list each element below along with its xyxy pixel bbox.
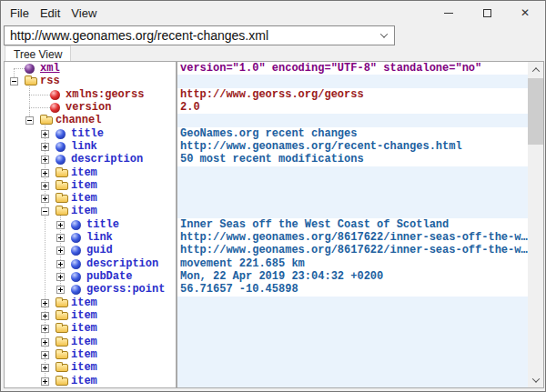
expand-icon[interactable] [56, 234, 65, 242]
tree-node-label: item [71, 179, 97, 192]
tree-node-item[interactable]: item [5, 361, 176, 374]
value-text: http://www.georss.org/georss [180, 88, 364, 101]
value-row [177, 166, 528, 179]
tree-node-label: item [71, 192, 97, 205]
tree-node-channel[interactable]: channel [5, 114, 176, 126]
expand-icon[interactable] [41, 182, 49, 190]
expand-icon[interactable] [56, 273, 65, 281]
value-row: 2.0 [177, 101, 528, 114]
element-icon [71, 220, 81, 230]
expand-icon[interactable] [41, 299, 49, 307]
vertical-scrollbar[interactable] [528, 62, 543, 387]
value-text: 56.71657 -10.45898 [180, 283, 298, 296]
tree-node-label: description [71, 153, 143, 166]
tree-node-item[interactable]: item [5, 348, 176, 361]
maximize-button[interactable] [468, 1, 506, 25]
tree-node-description[interactable]: description [5, 153, 176, 166]
xml-viewer-window: FileEditView ✕ http://www.geonames.org/r… [0, 0, 546, 392]
expand-icon[interactable] [56, 286, 65, 294]
tree-node-xml[interactable]: xml [5, 62, 176, 75]
collapse-icon[interactable] [10, 77, 18, 85]
value-text: version="1.0" encoding="UTF-8" standalon… [180, 62, 481, 75]
expand-icon[interactable] [41, 364, 49, 372]
tree-node-pubDate[interactable]: pubDate [5, 270, 176, 283]
expand-icon[interactable] [41, 130, 49, 138]
xml-tree: xmlrssxmlns:georssversionchanneltitlelin… [5, 62, 177, 387]
element-icon [71, 259, 81, 269]
tree-node-item[interactable]: item [5, 336, 176, 348]
tree-node-title[interactable]: title [5, 127, 176, 140]
tree-node-item[interactable]: item [5, 166, 176, 179]
tree-node-label: item [71, 348, 97, 361]
expand-icon[interactable] [41, 312, 49, 320]
expand-icon[interactable] [41, 338, 49, 347]
close-button[interactable]: ✕ [506, 1, 544, 25]
expand-icon[interactable] [41, 169, 49, 177]
expand-icon[interactable] [41, 325, 49, 333]
minimize-icon [444, 13, 453, 14]
scroll-down-button[interactable] [528, 372, 543, 387]
menu-bar: FileEditView ✕ [1, 1, 545, 25]
value-row: version="1.0" encoding="UTF-8" standalon… [177, 62, 528, 75]
value-row: http://www.geonames.org/8617622/inner-se… [177, 231, 528, 244]
collapse-icon[interactable] [41, 207, 49, 216]
value-text: 2.0 [180, 101, 200, 114]
value-row [177, 192, 528, 205]
tree-node-label: rss [40, 75, 60, 87]
tree-node-item[interactable]: item [5, 179, 176, 192]
expand-icon[interactable] [41, 156, 49, 164]
expand-icon[interactable] [41, 143, 49, 151]
tree-node-item[interactable]: item [5, 309, 176, 322]
tree-node-item[interactable]: item [5, 322, 176, 335]
tree-node-label: item [71, 166, 97, 179]
tree-node-item[interactable]: item [5, 297, 176, 309]
menu-view[interactable]: View [66, 4, 102, 23]
scroll-up-button[interactable] [528, 62, 543, 77]
tree-node-label: guid [86, 244, 113, 256]
tab-tree-view[interactable]: Tree View [5, 45, 71, 62]
tree-node-label: item [71, 309, 97, 322]
attribute-icon [50, 90, 60, 100]
minimize-button[interactable] [430, 1, 468, 25]
expand-icon[interactable] [41, 377, 49, 386]
tree-node-title[interactable]: title [5, 218, 176, 231]
tree-node-item[interactable]: item [5, 192, 176, 205]
tree-node-label: item [71, 297, 97, 309]
maximize-icon [483, 9, 491, 17]
expand-icon[interactable] [56, 221, 65, 229]
tree-node-description[interactable]: description [5, 257, 176, 270]
value-row [177, 336, 528, 348]
menu-file[interactable]: File [5, 4, 35, 23]
expand-icon[interactable] [56, 246, 65, 255]
value-row [177, 114, 528, 126]
tree-node-rss[interactable]: rss [5, 75, 176, 87]
tree-node-link[interactable]: link [5, 140, 176, 153]
tree-node-item[interactable]: item [5, 205, 176, 217]
tree-node-label: channel [56, 114, 101, 126]
tree-node-xmlns:georss[interactable]: xmlns:georss [5, 88, 176, 101]
collapse-icon[interactable] [25, 116, 34, 125]
menu-edit[interactable]: Edit [35, 4, 66, 23]
element-icon [71, 246, 81, 256]
tree-node-version[interactable]: version [5, 101, 176, 114]
value-text: movement 221.685 km [180, 257, 305, 270]
expand-icon[interactable] [41, 351, 49, 359]
url-combobox[interactable]: http://www.geonames.org/recent-changes.x… [4, 25, 395, 45]
value-row: http://www.geonames.org/recent-changes.h… [177, 140, 528, 153]
folder-icon [56, 351, 68, 359]
tree-node-guid[interactable]: guid [5, 244, 176, 256]
tree-node-label: item [71, 322, 97, 335]
expand-icon[interactable] [56, 260, 65, 268]
tree-node-link[interactable]: link [5, 231, 176, 244]
chevron-down-icon[interactable] [374, 26, 394, 45]
element-icon [71, 285, 81, 295]
folder-icon [56, 195, 68, 203]
attribute-icon [50, 103, 60, 113]
tree-node-georss:point[interactable]: georss:point [5, 283, 176, 296]
tree-node-item[interactable]: item [5, 375, 176, 387]
value-row: http://www.georss.org/georss [177, 88, 528, 101]
expand-icon[interactable] [41, 195, 49, 203]
tree-node-label: georss:point [86, 283, 165, 296]
url-text: http://www.geonames.org/recent-changes.x… [10, 28, 374, 43]
scroll-thumb[interactable] [528, 78, 543, 145]
